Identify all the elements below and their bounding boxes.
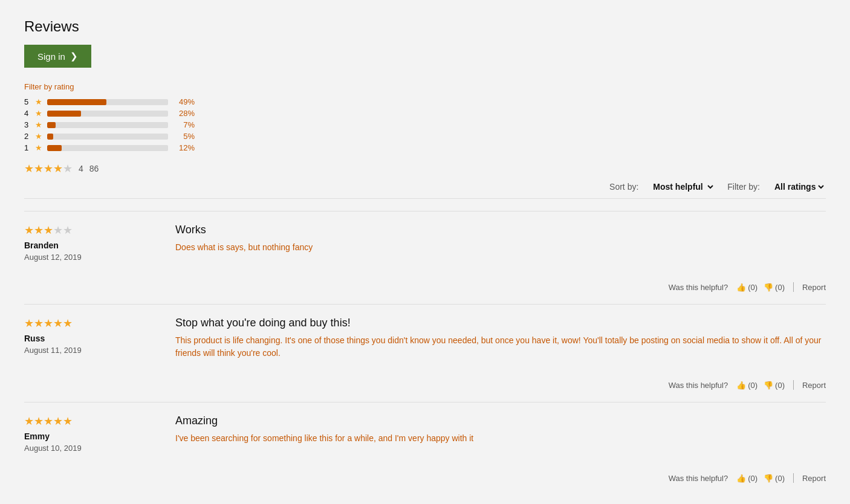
star-icon: ★ [35, 120, 42, 129]
rating-bar-5-star[interactable]: 5 ★ 49% [24, 97, 826, 106]
filter-by-select[interactable]: All ratings5 stars4 stars3 stars2 stars1… [772, 181, 826, 192]
rating-bar-4-star[interactable]: 4 ★ 28% [24, 109, 826, 118]
report-button[interactable]: Report [802, 283, 826, 292]
review-body: Stop what you're doing and buy this! Thi… [175, 317, 826, 360]
review-star-3: ★ [44, 224, 53, 236]
top-divider [24, 198, 826, 199]
filter-by-label: Filter by: [727, 182, 760, 192]
bar-track [47, 134, 168, 140]
rating-bar-2-star[interactable]: 2 ★ 5% [24, 132, 826, 141]
review-meta: ★★★★★ Emmy August 10, 2019 [24, 415, 157, 453]
report-button[interactable]: Report [802, 381, 826, 390]
review-body: Works Does what is says, but nothing fan… [175, 224, 826, 262]
bar-track [47, 145, 168, 151]
helpful-row: Was this helpful? 👍 (0) 👎 (0) Report [24, 473, 826, 495]
thumbs-up-count: (0) [748, 474, 758, 483]
helpful-divider [793, 473, 794, 483]
review-content-row: ★★★★★ Branden August 12, 2019 Works Does… [24, 224, 826, 274]
rating-bars: 5 ★ 49% 4 ★ 28% 3 ★ 7% 2 ★ [24, 97, 826, 152]
rating-bar-1-star[interactable]: 1 ★ 12% [24, 143, 826, 152]
page-container: Reviews Sign in ❯ Filter by rating 5 ★ 4… [0, 0, 850, 504]
thumbup-icon: 👍 [736, 474, 746, 483]
star-3: ★ [44, 163, 53, 175]
review-item-3: ★★★★★ Emmy August 10, 2019 Amazing I've … [24, 402, 826, 495]
bar-percentage: 12% [173, 143, 195, 152]
thumbs-up-button[interactable]: 👍 (0) [736, 381, 758, 390]
star-icon: ★ [35, 109, 42, 118]
review-star-5: ★ [63, 317, 73, 329]
star-number: 3 [24, 120, 30, 129]
star-icon: ★ [35, 143, 42, 152]
star-2: ★ [34, 163, 44, 175]
thumbdown-icon: 👎 [764, 474, 773, 483]
review-star-5: ★ [63, 415, 73, 427]
review-star-2: ★ [34, 224, 44, 236]
thumbdown-icon: 👎 [764, 381, 773, 390]
sign-in-arrow: ❯ [70, 51, 78, 62]
bar-percentage: 5% [173, 132, 195, 141]
thumbs-down-count: (0) [775, 283, 785, 292]
bar-percentage: 49% [173, 97, 195, 106]
thumbs-down-button[interactable]: 👎 (0) [764, 474, 785, 483]
star-number: 4 [24, 109, 30, 118]
sort-by-label: Sort by: [609, 182, 638, 192]
star-number: 2 [24, 132, 30, 141]
helpful-divider [793, 380, 794, 390]
star-4: ★ [53, 163, 63, 175]
helpful-question: Was this helpful? [669, 381, 728, 390]
sort-by-select[interactable]: Most helpfulMost recentTop ratedLowest r… [650, 181, 715, 192]
rating-bar-3-star[interactable]: 3 ★ 7% [24, 120, 826, 129]
thumbs-up-count: (0) [748, 381, 758, 390]
review-item-1: ★★★★★ Branden August 12, 2019 Works Does… [24, 211, 826, 304]
review-stars: ★★★★★ [24, 317, 157, 330]
star-number: 5 [24, 97, 30, 106]
review-meta: ★★★★★ Branden August 12, 2019 [24, 224, 157, 262]
sign-in-button[interactable]: Sign in ❯ [24, 45, 91, 68]
bar-fill [47, 134, 53, 140]
helpful-question: Was this helpful? [669, 283, 728, 292]
star-5: ★ [63, 163, 73, 175]
review-star-5: ★ [63, 224, 73, 236]
thumbdown-icon: 👎 [764, 283, 773, 292]
review-title: Amazing [175, 415, 826, 427]
thumbup-icon: 👍 [736, 381, 746, 390]
reviews-list: ★★★★★ Branden August 12, 2019 Works Does… [24, 211, 826, 495]
bar-track [47, 122, 168, 128]
review-star-1: ★ [24, 415, 34, 427]
star-number: 1 [24, 143, 30, 152]
review-text: I've been searching for something like t… [175, 432, 826, 445]
review-stars: ★★★★★ [24, 415, 157, 428]
review-star-4: ★ [53, 224, 63, 236]
review-author: Emmy [24, 431, 157, 441]
bar-track [47, 99, 168, 105]
report-button[interactable]: Report [802, 474, 826, 483]
review-date: August 11, 2019 [24, 346, 157, 355]
thumbs-down-count: (0) [775, 474, 785, 483]
helpful-row: Was this helpful? 👍 (0) 👎 (0) Report [24, 380, 826, 402]
review-star-2: ★ [34, 317, 44, 329]
review-content-row: ★★★★★ Russ August 11, 2019 Stop what you… [24, 317, 826, 372]
review-star-3: ★ [44, 415, 53, 427]
review-title: Works [175, 224, 826, 236]
review-star-2: ★ [34, 415, 44, 427]
thumbs-up-count: (0) [748, 283, 758, 292]
helpful-row: Was this helpful? 👍 (0) 👎 (0) Report [24, 282, 826, 304]
overall-stars: ★★★★★ [24, 162, 73, 175]
sort-filter-bar: Sort by: Most helpfulMost recentTop rate… [24, 181, 826, 192]
review-star-3: ★ [44, 317, 53, 329]
bar-fill [47, 111, 81, 117]
thumbs-down-count: (0) [775, 381, 785, 390]
bar-percentage: 28% [173, 109, 195, 118]
star-icon: ★ [35, 132, 42, 141]
overall-rating-row: ★★★★★ 4 86 [24, 162, 826, 175]
review-date: August 12, 2019 [24, 253, 157, 262]
thumbs-down-button[interactable]: 👎 (0) [764, 381, 785, 390]
review-meta: ★★★★★ Russ August 11, 2019 [24, 317, 157, 360]
review-stars: ★★★★★ [24, 224, 157, 237]
thumbs-up-button[interactable]: 👍 (0) [736, 474, 758, 483]
review-title: Stop what you're doing and buy this! [175, 317, 826, 329]
thumbs-up-button[interactable]: 👍 (0) [736, 283, 758, 292]
bar-fill [47, 145, 62, 151]
thumbs-down-button[interactable]: 👎 (0) [764, 283, 785, 292]
review-text: This product is life changing. It's one … [175, 334, 826, 360]
